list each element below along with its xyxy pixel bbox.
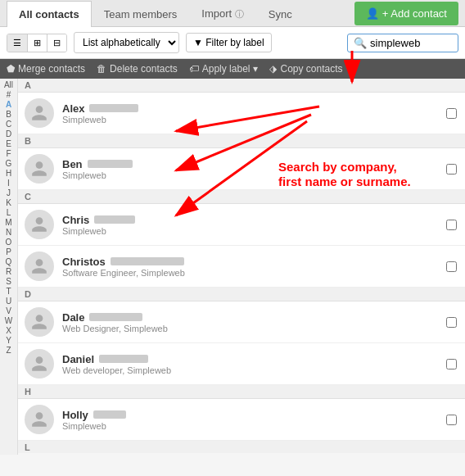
contact-info: Holly Simpleweb — [62, 409, 436, 431]
section-header-b: B — [18, 134, 465, 148]
add-contact-button[interactable]: 👤 + Add contact — [354, 2, 458, 25]
chevron-down-icon-2: ▾ — [346, 63, 351, 75]
select-checkbox-col — [444, 164, 458, 175]
tab-bar: All contacts Team members Import ⓘ Sync … — [0, 0, 465, 27]
trash-icon: 🗑 — [97, 63, 106, 75]
contact-company: Simpleweb — [62, 226, 436, 236]
blurred-text — [89, 104, 138, 112]
filter-icon: ▼ — [193, 37, 205, 48]
view-toggle: ☰ ⊞ ⊟ — [7, 34, 67, 52]
tab-sync[interactable]: Sync — [256, 1, 305, 27]
add-contact-icon: 👤 — [366, 7, 382, 20]
contact-row[interactable]: Dale Web Designer, Simpleweb — [18, 301, 465, 343]
contact-checkbox[interactable] — [446, 359, 457, 369]
contact-company: Simpleweb — [62, 115, 436, 125]
section-header-l: L — [18, 441, 465, 453]
section-header-a: A — [18, 79, 465, 93]
contact-info: Christos Software Engineer, Simpleweb — [62, 256, 436, 278]
select-checkbox-col — [444, 108, 458, 119]
contact-name: Chris — [62, 214, 436, 226]
section-header-c: C — [18, 190, 465, 204]
blurred-text — [88, 160, 133, 168]
alpha-nav: All # A B C D E F G H I J K L M N O P Q … — [0, 79, 18, 455]
select-checkbox-col — [444, 220, 458, 230]
contact-row[interactable]: Chris Simpleweb — [18, 204, 465, 246]
view-grid-icon[interactable]: ⊞ — [28, 34, 47, 52]
contact-row[interactable]: Holly Simpleweb — [18, 399, 465, 441]
contact-name: Alex — [62, 102, 436, 115]
select-checkbox-col — [444, 317, 458, 328]
blurred-text — [94, 215, 135, 224]
avatar — [25, 98, 54, 128]
contact-checkbox[interactable] — [446, 317, 457, 328]
contact-list: A Alex Simpleweb B — [18, 79, 465, 453]
tab-team-members[interactable]: Team members — [92, 1, 190, 27]
view-list-icon[interactable]: ☰ — [7, 34, 28, 52]
contact-company: Software Engineer, Simpleweb — [62, 268, 436, 278]
contact-info: Dale Web Designer, Simpleweb — [62, 311, 436, 333]
info-icon: ⓘ — [235, 9, 244, 19]
avatar — [25, 405, 54, 434]
annotation-text: Search by company,first name or surname. — [278, 160, 411, 189]
section-header-h: H — [18, 385, 465, 399]
view-card-icon[interactable]: ⊟ — [47, 34, 66, 52]
toolbar: ☰ ⊞ ⊟ List alphabetically Recently added… — [0, 27, 465, 59]
tab-all-contacts[interactable]: All contacts — [7, 1, 92, 27]
blurred-text — [89, 313, 142, 321]
search-input[interactable] — [370, 37, 452, 49]
avatar — [25, 154, 54, 184]
contact-checkbox[interactable] — [446, 261, 457, 272]
action-bar: ⬟ Merge contacts 🗑 Delete contacts 🏷 App… — [0, 59, 465, 79]
tab-import[interactable]: Import ⓘ — [189, 0, 255, 27]
select-checkbox-col — [444, 415, 458, 425]
contact-name: Daniel — [62, 353, 436, 365]
chevron-down-icon: ▾ — [253, 63, 258, 75]
contact-company: Simpleweb — [62, 421, 436, 431]
contact-info: Daniel Web developer, Simpleweb — [62, 353, 436, 375]
contact-checkbox[interactable] — [446, 108, 457, 119]
section-header-d: D — [18, 288, 465, 301]
contact-checkbox[interactable] — [446, 164, 457, 175]
contact-info: Alex Simpleweb — [62, 102, 436, 125]
copy-contacts-action[interactable]: ⬗ Copy contacts ▾ — [269, 63, 350, 75]
contact-company: Web developer, Simpleweb — [62, 365, 436, 375]
merge-contacts-action[interactable]: ⬟ Merge contacts — [7, 63, 85, 75]
avatar — [25, 210, 54, 239]
contact-name: Holly — [62, 409, 436, 421]
copy-icon: ⬗ — [269, 63, 277, 75]
contact-checkbox[interactable] — [446, 220, 457, 230]
label-icon: 🏷 — [189, 63, 199, 75]
delete-contacts-action[interactable]: 🗑 Delete contacts — [97, 63, 178, 75]
avatar — [25, 252, 54, 281]
blurred-text — [111, 257, 184, 265]
contact-row[interactable]: Christos Software Engineer, Simpleweb — [18, 246, 465, 288]
contact-info: Chris Simpleweb — [62, 214, 436, 236]
select-checkbox-col — [444, 359, 458, 369]
contact-row[interactable]: Daniel Web developer, Simpleweb — [18, 343, 465, 385]
select-checkbox-col — [444, 261, 458, 272]
contact-row[interactable]: Alex Simpleweb — [18, 93, 465, 134]
merge-icon: ⬟ — [7, 63, 15, 75]
blurred-text — [93, 410, 126, 419]
avatar — [25, 349, 54, 379]
contact-checkbox[interactable] — [446, 415, 457, 425]
contact-name: Dale — [62, 311, 436, 324]
contact-company: Web Designer, Simpleweb — [62, 324, 436, 333]
apply-label-action[interactable]: 🏷 Apply label ▾ — [189, 63, 259, 75]
sort-select[interactable]: List alphabetically Recently added Last … — [74, 32, 179, 53]
blurred-text — [99, 355, 148, 363]
app-container: All contacts Team members Import ⓘ Sync … — [0, 0, 465, 476]
search-icon: 🔍 — [354, 37, 367, 49]
content-area: All # A B C D E F G H I J K L M N O P Q … — [0, 79, 465, 455]
filter-label-button[interactable]: ▼ Filter by label — [186, 33, 272, 52]
search-wrap: 🔍 — [347, 34, 458, 52]
contact-name: Christos — [62, 256, 436, 268]
avatar — [25, 307, 54, 337]
